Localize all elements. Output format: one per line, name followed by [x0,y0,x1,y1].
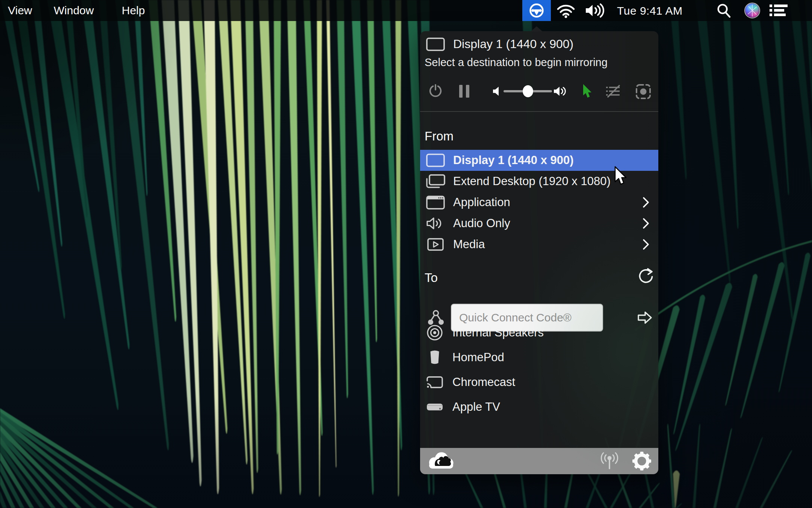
frame-record-icon[interactable] [635,83,652,100]
panel-footer-bar [420,448,658,474]
extend-desktop-icon [426,173,445,190]
panel-caret [531,26,543,32]
from-item-label: Extend Desktop (1920 x 1080) [453,175,611,188]
destination-label: Chromecast [452,375,515,389]
from-item-audio-only[interactable]: Audio Only [420,213,658,234]
airparrot-icon [528,2,545,19]
display-icon [426,153,445,167]
list-menu-button[interactable] [768,0,789,21]
power-icon[interactable] [428,84,443,98]
siri-menu-button[interactable] [743,0,761,21]
homepod-icon [425,348,445,367]
apple-tv-icon [425,400,445,414]
spotlight-menu-button[interactable] [714,0,733,21]
panel-subtitle: Select a destination to begin mirroring [425,55,608,69]
volume-menu-button[interactable] [583,0,609,21]
chevron-right-icon [643,239,649,250]
from-item-label: Media [453,238,485,251]
panel-title: Display 1 (1440 x 900) [453,36,573,51]
wallpaper-leaves [0,0,812,508]
menu-item-view[interactable]: View [8,0,32,21]
chevron-right-icon [643,218,649,229]
to-section-label: To [425,270,438,285]
siri-icon [744,2,761,19]
divider [420,111,658,112]
from-item-display1[interactable]: Display 1 (1440 x 900) [420,150,658,171]
destination-internal-speakers[interactable]: Internal Speakers [420,320,658,345]
menu-item-help[interactable]: Help [122,0,145,21]
airparrot-panel: Display 1 (1440 x 900) Select a destinat… [420,31,658,474]
list-icon [769,3,788,18]
destination-label: HomePod [452,351,504,364]
from-section-label: From [425,129,454,144]
destination-homepod[interactable]: HomePod [420,345,658,370]
destination-apple-tv[interactable]: Apple TV [420,395,658,419]
from-item-label: Display 1 (1440 x 900) [453,154,574,167]
squirrels-cloud-logo[interactable] [425,451,457,472]
desktop: View Window Help [0,0,812,508]
refresh-icon[interactable] [638,268,654,284]
menu-clock[interactable]: Tue 9:41 AM [617,0,682,21]
destination-chromecast[interactable]: Chromecast [420,370,658,395]
destination-label: Apple TV [452,400,500,414]
volume-icon [585,2,608,19]
chevron-right-icon [643,197,649,208]
volume-max-icon[interactable] [553,85,567,97]
lines-slash-icon[interactable] [605,84,621,98]
search-icon [716,3,732,18]
display-icon [426,37,445,51]
pause-icon[interactable] [458,84,471,98]
wifi-menu-button[interactable] [555,0,576,21]
menu-item-window[interactable]: Window [54,0,94,21]
wifi-icon [556,3,575,18]
volume-slider-thumb[interactable] [523,85,533,97]
gear-icon[interactable] [632,451,652,471]
chromecast-icon [425,374,445,391]
from-item-extend-desktop[interactable]: Extend Desktop (1920 x 1080) [420,171,658,192]
menu-bar: View Window Help [0,0,812,21]
volume-min-icon[interactable] [492,86,502,96]
from-item-application[interactable]: Application [420,192,658,213]
from-item-label: Application [453,196,510,209]
from-item-label: Audio Only [453,217,510,230]
media-play-icon [426,237,445,252]
speaker-driver-icon [425,324,445,342]
from-item-media[interactable]: Media [420,234,658,255]
speaker-icon [426,216,445,231]
broadcast-icon[interactable] [600,452,618,470]
airparrot-menu-button[interactable] [522,0,551,21]
application-window-icon [426,195,445,210]
destination-label: Internal Speakers [452,326,544,339]
green-pointer-icon[interactable] [582,84,594,99]
